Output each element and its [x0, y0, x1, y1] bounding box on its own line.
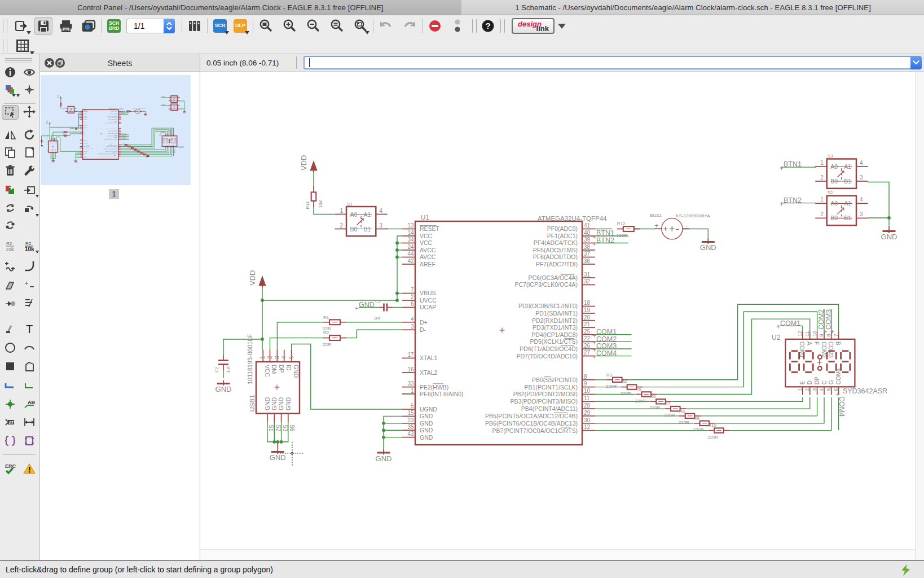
tool-delete[interactable] [2, 164, 19, 178]
zoom-in-button[interactable] [280, 17, 298, 35]
component-r12[interactable]: R12100R [617, 221, 640, 238]
design-link-dropdown-icon[interactable] [558, 24, 566, 29]
tool-group[interactable] [2, 105, 19, 120]
component-buz1[interactable]: +-BUZ1KS-12065D08YA [650, 213, 710, 239]
component-c2[interactable]: C21uF [41, 139, 43, 143]
tool-value[interactable]: R210k [21, 239, 38, 254]
tool-smash[interactable] [2, 259, 19, 274]
sheet-thumbnail[interactable]: GNDGNDGNDGNDGNDVDDVDDU1ATMEGA32U4-TQFP44… [41, 75, 191, 185]
zoom-out-button[interactable] [304, 17, 322, 35]
grid-button[interactable] [13, 38, 32, 54]
component-u1[interactable]: U1ATMEGA32U4-TQFP4413RESET14VCC34VCC24AV… [80, 108, 124, 160]
component-r11[interactable]: R1110K [59, 102, 63, 107]
tool-copy[interactable] [2, 146, 19, 160]
tool-change[interactable] [21, 164, 38, 178]
tool-pinswap[interactable] [21, 203, 38, 217]
run-script-button[interactable]: SCR [211, 17, 229, 35]
tool-module[interactable] [21, 434, 38, 449]
tool-name[interactable]: R210k [2, 239, 19, 254]
tool-paste[interactable] [21, 146, 38, 160]
help-button[interactable]: ? [479, 17, 497, 35]
run-script-dropdown-icon[interactable] [225, 31, 229, 34]
component-s3[interactable]: 1243A0A1B0B1S3 [169, 94, 180, 102]
component-s1[interactable]: 1243A0A1B0B1S1 [65, 105, 77, 113]
tool-move[interactable] [21, 105, 38, 120]
save-button[interactable] [34, 17, 52, 35]
sheet-selector-spinner[interactable] [164, 19, 175, 33]
tool-copy-object[interactable] [2, 296, 19, 311]
command-history-dropdown[interactable] [910, 56, 922, 69]
component-c2[interactable]: C21uF [214, 355, 231, 373]
tool-circle[interactable] [2, 341, 19, 356]
tool-mark[interactable] [21, 83, 38, 98]
design-link-button[interactable]: design link [512, 18, 555, 34]
component-u1[interactable]: U1ATMEGA32U4-TQFP4413RESET14VCC34VCC24AV… [402, 214, 607, 445]
go-button[interactable] [448, 17, 467, 35]
open-button[interactable] [13, 17, 31, 35]
command-input[interactable] [303, 56, 912, 69]
undo-button[interactable] [377, 17, 395, 35]
tool-dimension[interactable] [21, 415, 38, 430]
run-ulp-button[interactable]: ULP [231, 17, 249, 35]
stop-button[interactable] [426, 17, 444, 35]
zoom-fit-button[interactable] [257, 17, 275, 35]
tab-control-panel[interactable]: Control Panel - /Users/oyvdahl/Documents… [0, 0, 461, 15]
tool-net[interactable] [21, 378, 38, 393]
component-r2[interactable]: R222R [323, 330, 346, 347]
zoom-select-button[interactable] [351, 17, 369, 35]
component-c1[interactable]: C11uF [373, 299, 393, 321]
tool-gateswap[interactable] [2, 220, 19, 234]
component-r12[interactable]: R12100R [126, 110, 131, 113]
component-s2[interactable]: 1243A0A1B0B1S2 [169, 103, 180, 111]
schematic-canvas[interactable]: GNDGNDGNDGNDGNDVDDVDDU1ATMEGA32U4-TQFP44… [200, 72, 915, 549]
tool-arc[interactable] [21, 341, 38, 356]
open-dropdown-icon[interactable] [27, 31, 31, 34]
tool-optimize[interactable] [21, 278, 38, 293]
tab-schematic[interactable]: 1 Schematic - /Users/oyvdahl/Documents/e… [462, 0, 924, 15]
tool-show[interactable] [21, 65, 38, 80]
tool-display-layers[interactable] [2, 83, 19, 98]
tool-replace[interactable] [2, 203, 19, 217]
tool-invoke[interactable] [21, 183, 38, 198]
tool-errors[interactable] [21, 462, 38, 476]
sheet-selector[interactable]: 1/1 [126, 19, 175, 33]
tool-global-attribute[interactable]: AT [2, 415, 19, 430]
tool-frame[interactable] [2, 434, 19, 449]
cam-processor-button[interactable] [80, 17, 98, 35]
sheet-selector-value[interactable]: 1/1 [126, 19, 164, 33]
tool-bus[interactable] [2, 378, 19, 393]
component-s2[interactable]: 1243A0A1B0B1S2 [815, 190, 868, 225]
tool-info[interactable] [2, 65, 19, 80]
palette-drag-handle[interactable] [5, 56, 32, 65]
tool-junction[interactable] [2, 397, 19, 412]
print-button[interactable] [57, 17, 75, 35]
tool-polygon[interactable] [21, 360, 38, 374]
component-u2[interactable]: 12COM11E11A2D10F3DP9COM24C8COM35G7B6COM4… [159, 134, 184, 149]
tool-split[interactable] [2, 278, 19, 293]
component-s1[interactable]: 1243A0A1B0B1S1 [335, 202, 388, 237]
tool-mirror[interactable] [2, 128, 19, 143]
grid-toolbar-drag-handle[interactable] [3, 39, 7, 52]
zoom-select-dropdown-icon[interactable] [365, 31, 369, 34]
horizontal-scrollbar[interactable] [200, 549, 915, 560]
component-r10[interactable]: R10220R [707, 423, 730, 439]
tool-text[interactable]: T [21, 322, 38, 337]
tool-wire[interactable] [2, 322, 19, 337]
redo-button[interactable] [401, 17, 419, 35]
component-r2[interactable]: R222R [63, 134, 68, 138]
tool-attribute[interactable] [21, 296, 38, 311]
component-s3[interactable]: 1243A0A1B0B1S3 [815, 154, 868, 189]
tool-miter[interactable] [21, 259, 38, 274]
vertical-scrollbar[interactable] [915, 72, 924, 560]
run-ulp-dropdown-icon[interactable] [245, 31, 249, 34]
tool-label[interactable]: AB [21, 397, 38, 412]
toolbar-drag-handle[interactable] [3, 19, 7, 33]
component-r1[interactable]: R122R [323, 315, 346, 331]
tool-rect[interactable] [2, 360, 19, 374]
zoom-redraw-button[interactable] [328, 17, 346, 35]
component-r1[interactable]: R122R [63, 130, 68, 134]
tool-add-part[interactable] [2, 183, 19, 198]
component-r11[interactable]: R1110K [306, 186, 324, 209]
component-u2[interactable]: 12COM11E11A2D10F3DP9COM24C8COM35G7B6COM4… [772, 331, 887, 395]
component-buz1[interactable]: +-BUZ1KS-12065D08YA [133, 108, 147, 114]
